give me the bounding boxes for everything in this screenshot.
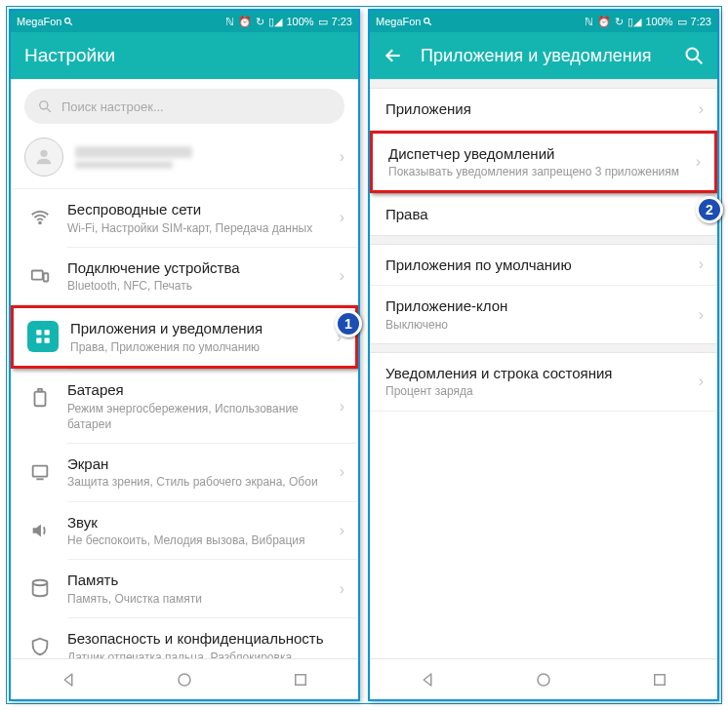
svg-point-4 — [40, 150, 47, 157]
chevron-right-icon: › — [340, 267, 344, 285]
svg-rect-13 — [38, 389, 42, 392]
chevron-right-icon: › — [340, 398, 344, 415]
signal-icon: ▯◢ — [268, 16, 282, 28]
svg-rect-9 — [45, 331, 50, 335]
callout-badge-1: 1 — [335, 310, 362, 337]
sound-icon — [24, 515, 56, 546]
nav-recent-icon[interactable] — [292, 671, 309, 689]
nav-bar — [370, 658, 717, 699]
svg-rect-6 — [32, 270, 43, 279]
svg-point-2 — [40, 101, 48, 109]
chevron-right-icon: › — [699, 373, 704, 390]
status-bar: MegaFon ℕ⏰↻▯◢100%▭7:23 — [11, 11, 358, 32]
storage-icon — [24, 572, 56, 604]
svg-point-16 — [33, 580, 48, 586]
callout-badge-2: 2 — [696, 196, 723, 223]
item-app-clone[interactable]: Приложение-клонВыключено › — [370, 286, 717, 343]
svg-line-23 — [697, 59, 702, 63]
page-title: Приложения и уведомления — [421, 46, 667, 66]
svg-point-0 — [65, 19, 70, 23]
svg-rect-12 — [35, 392, 46, 407]
item-notifications-statusbar[interactable]: Уведомления и строка состоянияПроцент за… — [370, 353, 717, 411]
apps-icon — [27, 321, 59, 352]
nav-home-icon[interactable] — [535, 671, 552, 689]
nav-home-icon[interactable] — [176, 671, 193, 689]
svg-point-19 — [425, 19, 429, 23]
svg-rect-11 — [45, 338, 50, 343]
chevron-right-icon: › — [340, 209, 344, 226]
item-battery[interactable]: БатареяРежим энергосбережения, Использов… — [11, 370, 358, 443]
search-mini-icon — [63, 17, 73, 26]
header: Настройки — [11, 32, 358, 79]
chevron-right-icon: › — [340, 522, 344, 539]
svg-point-5 — [39, 222, 41, 224]
item-storage[interactable]: ПамятьПамять, Очистка памяти › — [11, 560, 358, 617]
svg-point-17 — [179, 674, 190, 686]
search-button[interactable] — [684, 46, 704, 65]
chevron-right-icon: › — [340, 463, 344, 481]
avatar — [24, 138, 63, 177]
item-apps-notifications[interactable]: Приложения и уведомленияПрава, Приложени… — [11, 305, 358, 369]
svg-rect-25 — [654, 674, 665, 685]
item-device-connection[interactable]: Подключение устройстваBluetooth, NFC, Пе… — [11, 248, 358, 305]
settings-list: Беспроводные сетиWi-Fi, Настройки SIM-ка… — [11, 189, 358, 658]
nav-recent-icon[interactable] — [651, 671, 668, 689]
svg-rect-7 — [44, 273, 49, 281]
search-mini-icon — [423, 17, 432, 26]
page-title: Настройки — [24, 45, 344, 66]
chevron-right-icon: › — [696, 153, 701, 171]
battery-icon — [24, 382, 56, 414]
svg-rect-14 — [33, 466, 48, 477]
item-apps[interactable]: Приложения › — [370, 89, 717, 130]
svg-point-22 — [687, 49, 699, 60]
chevron-right-icon: › — [699, 100, 704, 118]
nav-bar — [11, 658, 358, 699]
devices-icon — [24, 260, 56, 292]
nfc-icon: ℕ — [225, 16, 234, 28]
status-bar: MegaFon ℕ⏰↻▯◢100%▭7:23 — [370, 11, 717, 32]
apps-list: Приложения › Диспетчер уведомленийПоказы… — [370, 79, 717, 658]
svg-point-24 — [538, 674, 549, 686]
battery-icon: ▭ — [318, 16, 328, 28]
chevron-right-icon: › — [699, 306, 704, 324]
header: Приложения и уведомления — [370, 32, 717, 79]
alarm-icon: ⏰ — [238, 16, 252, 28]
svg-rect-8 — [36, 331, 41, 335]
item-security[interactable]: Безопасность и конфиденциальностьДатчик … — [11, 618, 358, 658]
item-display[interactable]: ЭкранЗащита зрения, Стиль рабочего экран… — [11, 444, 358, 501]
item-notification-manager[interactable]: Диспетчер уведомленийПоказывать уведомле… — [370, 131, 717, 194]
item-default-apps[interactable]: Приложения по умолчанию › — [370, 245, 717, 286]
account-row[interactable]: › — [11, 134, 358, 189]
shield-icon — [24, 631, 56, 658]
phone-right: 2 MegaFon ℕ⏰↻▯◢100%▭7:23 Приложения и ув… — [368, 9, 719, 701]
nav-back-icon[interactable] — [60, 671, 77, 689]
item-wireless[interactable]: Беспроводные сетиWi-Fi, Настройки SIM-ка… — [11, 189, 358, 247]
display-icon — [24, 456, 56, 488]
search-input[interactable]: Поиск настроек... — [24, 89, 344, 124]
wifi-icon — [24, 202, 56, 233]
back-button[interactable] — [384, 46, 403, 65]
svg-line-1 — [70, 22, 73, 25]
chevron-right-icon: › — [340, 148, 344, 166]
item-permissions[interactable]: Права › — [370, 194, 717, 235]
svg-rect-18 — [295, 674, 305, 685]
svg-line-20 — [429, 22, 432, 25]
search-row: Поиск настроек... — [11, 79, 358, 134]
search-icon — [38, 99, 52, 113]
svg-line-3 — [47, 108, 51, 112]
chevron-right-icon: › — [340, 580, 344, 598]
item-sound[interactable]: ЗвукНе беспокоить, Мелодия вызова, Вибра… — [11, 502, 358, 560]
svg-rect-10 — [36, 338, 41, 343]
sync-icon: ↻ — [256, 16, 264, 28]
nav-back-icon[interactable] — [419, 671, 436, 689]
chevron-right-icon: › — [699, 256, 704, 273]
phone-left: 1 MegaFon ℕ⏰↻▯◢100%▭7:23 Настройки Поиск… — [9, 9, 360, 701]
